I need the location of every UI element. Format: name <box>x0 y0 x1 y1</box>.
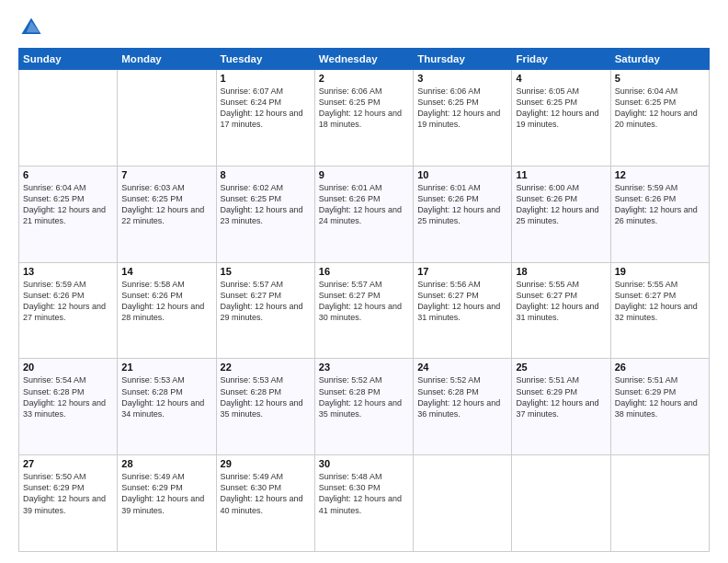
day-number: 17 <box>417 266 507 277</box>
day-info: Sunrise: 6:05 AM Sunset: 6:25 PM Dayligh… <box>516 86 606 131</box>
calendar-cell: 1Sunrise: 6:07 AM Sunset: 6:24 PM Daylig… <box>216 70 314 167</box>
logo <box>18 15 48 40</box>
calendar-week-1: 1Sunrise: 6:07 AM Sunset: 6:24 PM Daylig… <box>19 70 710 167</box>
day-number: 6 <box>23 169 113 180</box>
day-number: 10 <box>417 169 507 180</box>
calendar-cell: 14Sunrise: 5:58 AM Sunset: 6:26 PM Dayli… <box>118 262 216 359</box>
day-info: Sunrise: 6:01 AM Sunset: 6:26 PM Dayligh… <box>417 182 507 227</box>
day-info: Sunrise: 5:51 AM Sunset: 6:29 PM Dayligh… <box>516 374 606 419</box>
day-info: Sunrise: 5:48 AM Sunset: 6:30 PM Dayligh… <box>319 471 409 516</box>
day-number: 28 <box>121 458 211 469</box>
day-info: Sunrise: 5:58 AM Sunset: 6:26 PM Dayligh… <box>121 279 211 324</box>
calendar-cell <box>414 455 512 552</box>
calendar-cell: 7Sunrise: 6:03 AM Sunset: 6:25 PM Daylig… <box>118 166 216 262</box>
day-number: 23 <box>319 362 409 373</box>
calendar-cell: 12Sunrise: 5:59 AM Sunset: 6:26 PM Dayli… <box>610 166 709 262</box>
calendar-cell: 10Sunrise: 6:01 AM Sunset: 6:26 PM Dayli… <box>414 166 512 262</box>
calendar-week-2: 6Sunrise: 6:04 AM Sunset: 6:25 PM Daylig… <box>19 166 710 262</box>
calendar-header-friday: Friday <box>512 49 610 70</box>
day-number: 27 <box>23 458 113 469</box>
day-info: Sunrise: 6:06 AM Sunset: 6:25 PM Dayligh… <box>319 86 409 131</box>
day-number: 25 <box>516 362 606 373</box>
day-info: Sunrise: 6:00 AM Sunset: 6:26 PM Dayligh… <box>516 182 606 227</box>
day-info: Sunrise: 5:55 AM Sunset: 6:27 PM Dayligh… <box>516 279 606 324</box>
day-number: 20 <box>23 362 113 373</box>
day-number: 4 <box>516 73 606 84</box>
calendar-cell: 24Sunrise: 5:52 AM Sunset: 6:28 PM Dayli… <box>414 359 512 455</box>
day-number: 15 <box>221 266 311 277</box>
calendar-header-sunday: Sunday <box>19 49 118 70</box>
day-number: 8 <box>221 169 311 180</box>
calendar-cell: 23Sunrise: 5:52 AM Sunset: 6:28 PM Dayli… <box>314 359 413 455</box>
calendar-header-thursday: Thursday <box>414 49 512 70</box>
calendar-cell: 11Sunrise: 6:00 AM Sunset: 6:26 PM Dayli… <box>512 166 610 262</box>
day-number: 11 <box>516 169 606 180</box>
calendar-cell: 6Sunrise: 6:04 AM Sunset: 6:25 PM Daylig… <box>19 166 118 262</box>
calendar-header-row: SundayMondayTuesdayWednesdayThursdayFrid… <box>19 49 710 70</box>
day-info: Sunrise: 5:53 AM Sunset: 6:28 PM Dayligh… <box>221 374 311 419</box>
calendar-header-wednesday: Wednesday <box>314 49 413 70</box>
day-info: Sunrise: 5:50 AM Sunset: 6:29 PM Dayligh… <box>23 471 113 516</box>
day-info: Sunrise: 6:07 AM Sunset: 6:24 PM Dayligh… <box>221 86 311 131</box>
calendar-cell: 17Sunrise: 5:56 AM Sunset: 6:27 PM Dayli… <box>414 262 512 359</box>
day-number: 1 <box>221 73 311 84</box>
calendar-cell: 30Sunrise: 5:48 AM Sunset: 6:30 PM Dayli… <box>314 455 413 552</box>
calendar-cell: 16Sunrise: 5:57 AM Sunset: 6:27 PM Dayli… <box>314 262 413 359</box>
day-number: 13 <box>23 266 113 277</box>
calendar-cell: 20Sunrise: 5:54 AM Sunset: 6:28 PM Dayli… <box>19 359 118 455</box>
calendar-cell: 26Sunrise: 5:51 AM Sunset: 6:29 PM Dayli… <box>610 359 709 455</box>
calendar-cell: 22Sunrise: 5:53 AM Sunset: 6:28 PM Dayli… <box>216 359 314 455</box>
calendar-cell: 27Sunrise: 5:50 AM Sunset: 6:29 PM Dayli… <box>19 455 118 552</box>
day-number: 19 <box>615 266 705 277</box>
calendar-cell: 28Sunrise: 5:49 AM Sunset: 6:29 PM Dayli… <box>118 455 216 552</box>
calendar-cell <box>19 70 118 167</box>
day-number: 3 <box>417 73 507 84</box>
day-info: Sunrise: 5:51 AM Sunset: 6:29 PM Dayligh… <box>615 374 705 419</box>
day-number: 18 <box>516 266 606 277</box>
calendar-cell: 3Sunrise: 6:06 AM Sunset: 6:25 PM Daylig… <box>414 70 512 167</box>
day-number: 14 <box>121 266 211 277</box>
calendar-cell: 9Sunrise: 6:01 AM Sunset: 6:26 PM Daylig… <box>314 166 413 262</box>
day-info: Sunrise: 6:01 AM Sunset: 6:26 PM Dayligh… <box>319 182 409 227</box>
day-info: Sunrise: 5:56 AM Sunset: 6:27 PM Dayligh… <box>417 279 507 324</box>
calendar-cell: 25Sunrise: 5:51 AM Sunset: 6:29 PM Dayli… <box>512 359 610 455</box>
calendar-cell: 8Sunrise: 6:02 AM Sunset: 6:25 PM Daylig… <box>216 166 314 262</box>
day-info: Sunrise: 5:52 AM Sunset: 6:28 PM Dayligh… <box>319 374 409 419</box>
calendar-cell: 21Sunrise: 5:53 AM Sunset: 6:28 PM Dayli… <box>118 359 216 455</box>
day-info: Sunrise: 5:49 AM Sunset: 6:30 PM Dayligh… <box>221 471 311 516</box>
calendar-week-5: 27Sunrise: 5:50 AM Sunset: 6:29 PM Dayli… <box>19 455 710 552</box>
day-info: Sunrise: 5:55 AM Sunset: 6:27 PM Dayligh… <box>615 279 705 324</box>
day-number: 9 <box>319 169 409 180</box>
calendar-cell <box>610 455 709 552</box>
calendar-cell: 18Sunrise: 5:55 AM Sunset: 6:27 PM Dayli… <box>512 262 610 359</box>
page: SundayMondayTuesdayWednesdayThursdayFrid… <box>0 0 728 563</box>
calendar-table: SundayMondayTuesdayWednesdayThursdayFrid… <box>18 48 710 552</box>
day-number: 2 <box>319 73 409 84</box>
day-number: 5 <box>615 73 705 84</box>
day-info: Sunrise: 6:04 AM Sunset: 6:25 PM Dayligh… <box>23 182 113 227</box>
day-number: 24 <box>417 362 507 373</box>
day-info: Sunrise: 6:04 AM Sunset: 6:25 PM Dayligh… <box>615 86 705 131</box>
calendar-cell <box>512 455 610 552</box>
calendar-header-tuesday: Tuesday <box>216 49 314 70</box>
day-info: Sunrise: 5:59 AM Sunset: 6:26 PM Dayligh… <box>615 182 705 227</box>
day-number: 7 <box>121 169 211 180</box>
day-info: Sunrise: 5:49 AM Sunset: 6:29 PM Dayligh… <box>121 471 211 516</box>
calendar-cell: 13Sunrise: 5:59 AM Sunset: 6:26 PM Dayli… <box>19 262 118 359</box>
calendar-cell: 19Sunrise: 5:55 AM Sunset: 6:27 PM Dayli… <box>610 262 709 359</box>
calendar-cell: 4Sunrise: 6:05 AM Sunset: 6:25 PM Daylig… <box>512 70 610 167</box>
day-number: 12 <box>615 169 705 180</box>
day-number: 29 <box>221 458 311 469</box>
day-info: Sunrise: 5:52 AM Sunset: 6:28 PM Dayligh… <box>417 374 507 419</box>
calendar-cell: 5Sunrise: 6:04 AM Sunset: 6:25 PM Daylig… <box>610 70 709 167</box>
day-info: Sunrise: 6:03 AM Sunset: 6:25 PM Dayligh… <box>121 182 211 227</box>
day-info: Sunrise: 5:53 AM Sunset: 6:28 PM Dayligh… <box>121 374 211 419</box>
logo-icon <box>18 15 44 40</box>
calendar-week-4: 20Sunrise: 5:54 AM Sunset: 6:28 PM Dayli… <box>19 359 710 455</box>
calendar-header-monday: Monday <box>118 49 216 70</box>
day-number: 21 <box>121 362 211 373</box>
day-info: Sunrise: 6:06 AM Sunset: 6:25 PM Dayligh… <box>417 86 507 131</box>
calendar-week-3: 13Sunrise: 5:59 AM Sunset: 6:26 PM Dayli… <box>19 262 710 359</box>
day-number: 26 <box>615 362 705 373</box>
calendar-cell <box>118 70 216 167</box>
